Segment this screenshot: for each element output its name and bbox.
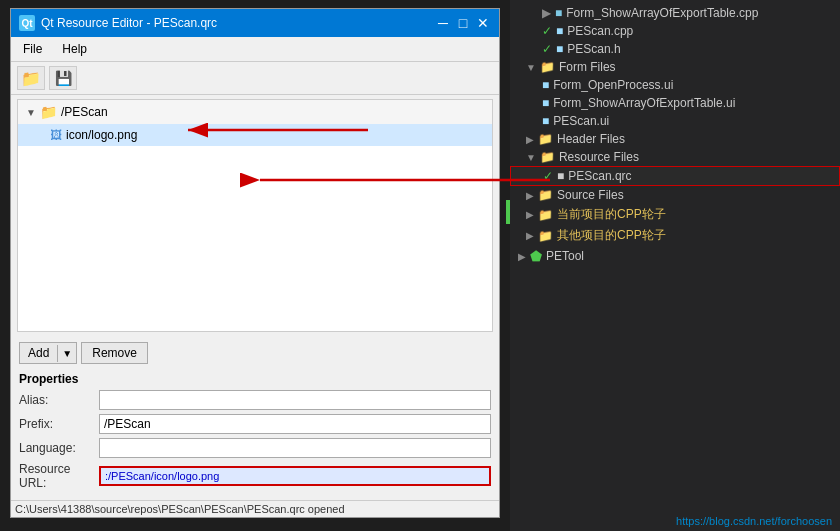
list-item[interactable]: ✓ ■ PEScan.cpp [510, 22, 840, 40]
language-row: Language: [19, 438, 491, 458]
resource-tree: ▼ 📁 /PEScan 🖼 icon/logo.png [17, 99, 493, 332]
minimize-button[interactable]: ─ [435, 15, 451, 31]
file-icon: ■ [542, 96, 549, 110]
list-item[interactable]: ■ Form_OpenProcess.ui [510, 76, 840, 94]
list-item[interactable]: ✓ ■ PEScan.h [510, 40, 840, 58]
alias-row: Alias: [19, 390, 491, 410]
list-item[interactable]: ▶ 📁 当前项目的CPP轮子 [510, 204, 840, 225]
collapse-icon: ▼ [526, 62, 536, 73]
item-label: PEScan.qrc [568, 169, 631, 183]
url-input[interactable] [99, 466, 491, 486]
chevron-right-icon: ▶ [542, 6, 551, 20]
toolbar: 📁 💾 [11, 62, 499, 95]
expand-icon: ▶ [518, 251, 526, 262]
list-item[interactable]: ▶ ■ Form_ShowArrayOfExportTable.cpp [510, 4, 840, 22]
titlebar-controls: ─ □ ✕ [435, 15, 491, 31]
expand-icon: ▶ [526, 209, 534, 220]
tree-root-label: /PEScan [61, 105, 108, 119]
file-icon: ■ [542, 114, 549, 128]
list-item[interactable]: ■ Form_ShowArrayOfExportTable.ui [510, 94, 840, 112]
item-label: PETool [546, 249, 584, 263]
app-icon: ⬟ [530, 248, 542, 264]
qt-resource-editor: Qt Qt Resource Editor - PEScan.qrc ─ □ ✕… [10, 8, 500, 518]
add-button[interactable]: Add ▼ [19, 342, 77, 364]
expand-icon: ▼ [26, 107, 36, 118]
checkmark-icon: ✓ [542, 24, 552, 38]
save-icon: 💾 [55, 70, 72, 86]
prefix-row: Prefix: [19, 414, 491, 434]
language-input[interactable] [99, 438, 491, 458]
prefix-input[interactable] [99, 414, 491, 434]
item-label: Form Files [559, 60, 616, 74]
item-label: 其他项目的CPP轮子 [557, 227, 666, 244]
alias-input[interactable] [99, 390, 491, 410]
save-button[interactable]: 💾 [49, 66, 77, 90]
item-label: Source Files [557, 188, 624, 202]
folder-icon: 📁 [538, 132, 553, 146]
item-label: Resource Files [559, 150, 639, 164]
menu-file[interactable]: File [19, 40, 46, 58]
language-label: Language: [19, 441, 99, 455]
folder-icon: 📁 [40, 104, 57, 120]
tree-child-item[interactable]: 🖼 icon/logo.png [18, 124, 492, 146]
checkmark-icon: ✓ [542, 42, 552, 56]
bottom-section: Add ▼ Remove Properties Alias: Prefix: L… [11, 336, 499, 500]
folder-icon: 📁 [540, 60, 555, 74]
menubar: File Help [11, 37, 499, 62]
item-label: Form_OpenProcess.ui [553, 78, 673, 92]
close-button[interactable]: ✕ [475, 15, 491, 31]
url-row: Resource URL: [19, 462, 491, 490]
add-button-label: Add [20, 343, 57, 363]
folder-icon: 📁 [540, 150, 555, 164]
list-item[interactable]: ▶ 📁 Header Files [510, 130, 840, 148]
list-item[interactable]: ▼ 📁 Resource Files [510, 148, 840, 166]
list-item[interactable]: ▶ 📁 Source Files [510, 186, 840, 204]
menu-help[interactable]: Help [58, 40, 91, 58]
file-icon: 🖼 [50, 128, 62, 142]
tree-root[interactable]: ▼ 📁 /PEScan [18, 100, 492, 124]
checkmark-icon: ✓ [543, 169, 553, 183]
alias-label: Alias: [19, 393, 99, 407]
item-label: Form_ShowArrayOfExportTable.cpp [566, 6, 758, 20]
url-label: Resource URL: [19, 462, 99, 490]
open-button[interactable]: 📁 [17, 66, 45, 90]
file-icon: ■ [556, 24, 563, 38]
list-item[interactable]: ■ PEScan.ui [510, 112, 840, 130]
item-label: PEScan.cpp [567, 24, 633, 38]
remove-button[interactable]: Remove [81, 342, 148, 364]
expand-icon: ▶ [526, 230, 534, 241]
add-dropdown-arrow[interactable]: ▼ [57, 345, 76, 362]
titlebar-left: Qt Qt Resource Editor - PEScan.qrc [19, 15, 217, 31]
list-item[interactable]: ▶ ⬟ PETool [510, 246, 840, 266]
button-row: Add ▼ Remove [19, 342, 491, 364]
titlebar-title: Qt Resource Editor - PEScan.qrc [41, 16, 217, 30]
list-item[interactable]: ▶ 📁 其他项目的CPP轮子 [510, 225, 840, 246]
folder-icon: 📁 [538, 229, 553, 243]
collapse-icon: ▼ [526, 152, 536, 163]
project-tree-inner: ▶ ■ Form_ShowArrayOfExportTable.cpp ✓ ■ … [510, 0, 840, 511]
item-label: PEScan.h [567, 42, 620, 56]
item-label: 当前项目的CPP轮子 [557, 206, 666, 223]
expand-icon: ▶ [526, 134, 534, 145]
file-icon: ■ [557, 169, 564, 183]
expand-icon: ▶ [526, 190, 534, 201]
file-icon: ■ [556, 42, 563, 56]
item-label: Form_ShowArrayOfExportTable.ui [553, 96, 735, 110]
file-icon: ■ [555, 6, 562, 20]
folder-icon: 📁 [21, 69, 41, 88]
titlebar: Qt Qt Resource Editor - PEScan.qrc ─ □ ✕ [11, 9, 499, 37]
file-icon: ■ [542, 78, 549, 92]
website-link: https://blog.csdn.net/forchoosen [510, 511, 840, 531]
prefix-label: Prefix: [19, 417, 99, 431]
item-label: Header Files [557, 132, 625, 146]
status-bar: C:\Users\41388\source\repos\PEScan\PESca… [11, 500, 499, 517]
list-item[interactable]: ▼ 📁 Form Files [510, 58, 840, 76]
folder-icon: 📁 [538, 208, 553, 222]
project-tree-panel: ▶ ■ Form_ShowArrayOfExportTable.cpp ✓ ■ … [510, 0, 840, 531]
tree-child-label: icon/logo.png [66, 128, 137, 142]
properties-label: Properties [19, 372, 491, 386]
app-icon: Qt [19, 15, 35, 31]
maximize-button[interactable]: □ [455, 15, 471, 31]
pescan-qrc-item[interactable]: ✓ ■ PEScan.qrc [510, 166, 840, 186]
folder-icon: 📁 [538, 188, 553, 202]
